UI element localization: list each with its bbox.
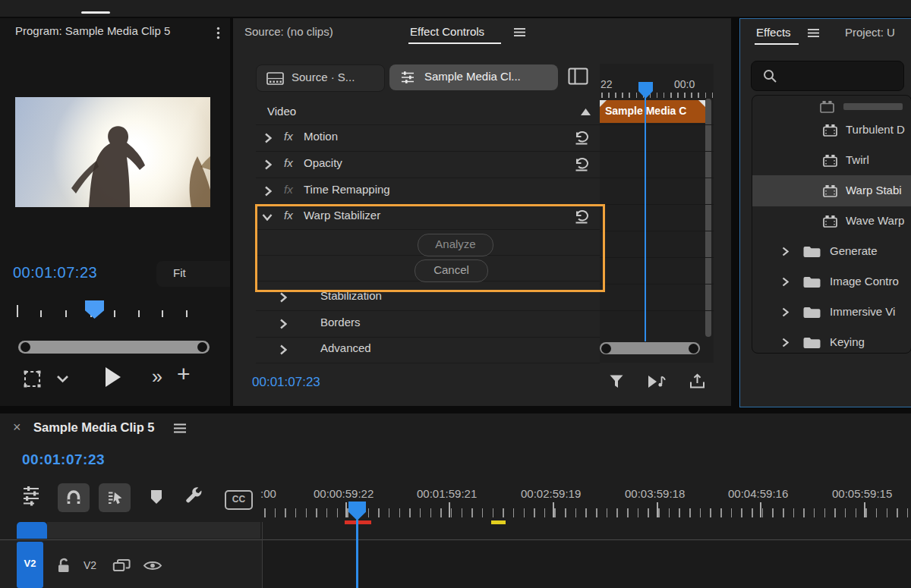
- timeline-playhead[interactable]: [348, 502, 366, 520]
- program-zoom-scrollbar[interactable]: [18, 341, 210, 354]
- chevron-right-icon[interactable]: [264, 159, 272, 170]
- effect-controls-timecode[interactable]: 00:01:07:23: [252, 375, 320, 390]
- selected-clip-button[interactable]: Sample Media Cl...: [389, 64, 558, 90]
- effect-row-motion[interactable]: fx Motion: [256, 124, 600, 152]
- reset-effect-icon[interactable]: [573, 130, 590, 145]
- group-row-borders[interactable]: Borders: [256, 310, 600, 338]
- scrollbar-handle-left[interactable]: [601, 344, 611, 354]
- mask-marquee-icon[interactable]: [23, 369, 42, 388]
- section-video-header[interactable]: Video: [256, 99, 600, 125]
- timeline-tab-label[interactable]: Sample Media Clip 5: [33, 420, 155, 435]
- panel-menu-icon[interactable]: [513, 27, 526, 37]
- snap-toggle-button[interactable]: [58, 483, 90, 512]
- chevron-right-icon[interactable]: [782, 277, 789, 287]
- reset-effect-icon[interactable]: [573, 157, 590, 171]
- list-item-turbulent-displace[interactable]: Turbulent D: [752, 115, 911, 146]
- effect-plugin-icon: [822, 184, 838, 198]
- program-monitor-panel: Program: Sample Media Clip 5 00:01:07:23…: [0, 18, 230, 406]
- list-item-warp-stabilizer-selected[interactable]: Warp Stabi: [752, 175, 911, 206]
- effect-label: Wave Warp: [846, 214, 904, 227]
- chevron-right-icon[interactable]: [279, 319, 287, 329]
- folder-row-immersive-video[interactable]: Immersive Vi: [752, 297, 911, 328]
- track-name-label[interactable]: V2: [84, 559, 96, 571]
- chevron-right-icon[interactable]: [279, 292, 287, 303]
- source-clip-button[interactable]: Source · S...: [256, 64, 385, 92]
- effect-label: Warp Stabi: [846, 184, 902, 197]
- clip-fold-right: [698, 100, 705, 107]
- toggle-track-output-eye-icon[interactable]: [143, 559, 162, 572]
- mini-ruler[interactable]: [600, 93, 714, 99]
- close-tab-icon[interactable]: ×: [13, 420, 21, 435]
- ruler-timecode: 00:03:59:18: [625, 487, 685, 500]
- captions-badge[interactable]: CC: [225, 490, 253, 510]
- track-content-area[interactable]: [263, 540, 911, 588]
- linked-selection-button[interactable]: [99, 483, 131, 512]
- source-patch-v2[interactable]: [17, 522, 47, 539]
- fx-badge: fx: [284, 156, 293, 169]
- panel-menu-icon[interactable]: [807, 28, 820, 38]
- fit-dropdown[interactable]: Fit: [156, 261, 230, 287]
- filter-properties-icon[interactable]: [608, 373, 625, 390]
- play-audio-scrub-icon[interactable]: [647, 374, 667, 389]
- tab-source-monitor[interactable]: Source: (no clips): [244, 25, 333, 38]
- effect-row-time-remapping[interactable]: fx Time Remapping: [256, 178, 600, 205]
- add-button-plus[interactable]: +: [177, 361, 191, 387]
- scrollbar-handle-left[interactable]: [20, 342, 30, 352]
- collapse-up-icon[interactable]: [581, 108, 591, 115]
- silhouette-figure: [15, 97, 210, 207]
- more-tools-chevrons[interactable]: »: [152, 366, 162, 388]
- mini-horizontal-scrollbar[interactable]: [600, 342, 700, 354]
- clip-bar[interactable]: Sample Media C: [600, 100, 705, 123]
- section-video-label: Video: [267, 105, 296, 118]
- sync-lock-icon[interactable]: [112, 558, 131, 573]
- list-item-partial[interactable]: [752, 95, 911, 115]
- tab-effects[interactable]: Effects: [756, 26, 791, 39]
- chevron-right-icon[interactable]: [782, 307, 789, 317]
- panel-menu-icon[interactable]: [173, 423, 187, 433]
- chevron-right-icon[interactable]: [782, 247, 789, 256]
- scrollbar-handle-right[interactable]: [689, 344, 698, 354]
- panel-menu-icon[interactable]: [216, 27, 220, 39]
- list-item-wave-warp[interactable]: Wave Warp: [752, 206, 911, 237]
- vertical-scrollbar[interactable]: [705, 99, 711, 337]
- folder-icon: [802, 275, 821, 289]
- track-scroll-strip[interactable]: [47, 522, 260, 539]
- play-button[interactable]: [104, 366, 121, 388]
- program-scrub-ruler[interactable]: [0, 302, 230, 320]
- effect-controls-panel: Source: (no clips) Effect Controls Sourc…: [233, 18, 731, 406]
- folder-row-generate[interactable]: Generate: [752, 237, 911, 267]
- group-row-advanced[interactable]: Advanced: [256, 337, 600, 363]
- captions-badge-label: CC: [232, 494, 245, 505]
- chevron-down-icon[interactable]: [56, 375, 69, 383]
- folder-row-image-control[interactable]: Image Contro: [752, 267, 911, 297]
- timeline-panel: × Sample Media Clip 5 00:01:07:23 CC :00…: [0, 413, 911, 588]
- add-marker-icon[interactable]: [150, 489, 163, 505]
- lock-open-icon[interactable]: [57, 558, 71, 574]
- source-clip-button-label: Source · S...: [292, 71, 355, 83]
- track-target-v2-label: V2: [24, 558, 36, 569]
- tab-project[interactable]: Project: U: [845, 26, 895, 39]
- scrollbar-handle-right[interactable]: [197, 342, 207, 352]
- folder-row-keying[interactable]: Keying: [752, 328, 911, 353]
- chevron-right-icon[interactable]: [782, 338, 789, 347]
- clip-marker-yellow[interactable]: [491, 520, 506, 524]
- effects-search-box[interactable]: [751, 61, 904, 91]
- program-timecode[interactable]: 00:01:07:23: [13, 264, 97, 281]
- effect-row-opacity[interactable]: fx Opacity: [256, 151, 600, 178]
- timeline-playhead-line[interactable]: [356, 520, 358, 588]
- mini-playhead-line[interactable]: [645, 97, 646, 341]
- track-target-v2-badge[interactable]: V2: [17, 542, 43, 588]
- tab-effect-controls[interactable]: Effect Controls: [410, 25, 484, 38]
- folder-icon: [802, 336, 821, 350]
- wrench-settings-icon[interactable]: [183, 486, 203, 506]
- folder-label: Generate: [830, 244, 878, 257]
- timeline-timecode[interactable]: 00:01:07:23: [22, 451, 105, 468]
- fx-sliders-icon: [400, 71, 415, 84]
- split-view-icon[interactable]: [568, 68, 588, 85]
- export-icon[interactable]: [689, 373, 706, 390]
- chevron-right-icon[interactable]: [264, 186, 272, 197]
- list-item-twirl[interactable]: Twirl: [752, 146, 911, 176]
- chevron-right-icon[interactable]: [264, 133, 272, 143]
- timeline-settings-icon[interactable]: [21, 485, 41, 506]
- chevron-right-icon[interactable]: [279, 344, 287, 355]
